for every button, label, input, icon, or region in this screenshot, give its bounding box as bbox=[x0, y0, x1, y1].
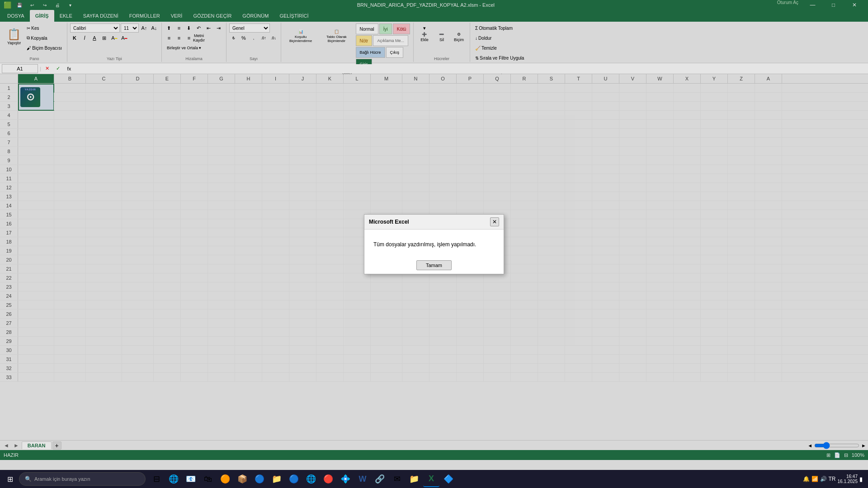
dialog-title-bar: Microsoft Excel ✕ bbox=[364, 215, 504, 230]
windows-icon: ⊞ bbox=[7, 475, 13, 483]
taskbar-right: 🔔 📶 🔊 TR 16:47 16.1.2025 ▮ bbox=[803, 474, 867, 484]
orange-app-button[interactable]: 🟠 bbox=[217, 471, 233, 487]
taskbar-search[interactable]: 🔍 Aramak için buraya yazın bbox=[19, 472, 146, 486]
word-button[interactable]: W bbox=[354, 471, 371, 487]
store-button[interactable]: 🛍 bbox=[200, 471, 216, 487]
language-button[interactable]: TR bbox=[829, 476, 836, 482]
date-display: 16.1.2025 bbox=[838, 479, 858, 484]
start-button[interactable]: ⊞ bbox=[2, 471, 18, 487]
blue-app-button[interactable]: 🔵 bbox=[251, 471, 268, 487]
show-desktop-button[interactable]: ▮ bbox=[859, 476, 863, 483]
edge-button[interactable]: 🌐 bbox=[165, 471, 182, 487]
app3-button[interactable]: 🔷 bbox=[440, 471, 457, 487]
files-button[interactable]: 📁 bbox=[406, 471, 422, 487]
mail-button[interactable]: ✉ bbox=[389, 471, 405, 487]
message-dialog: Microsoft Excel ✕ Tüm dosyalar yazdırılm… bbox=[364, 214, 504, 274]
red-app-button[interactable]: 🔴 bbox=[320, 471, 336, 487]
search-icon: 🔍 bbox=[25, 476, 32, 482]
dialog-close-button[interactable]: ✕ bbox=[490, 217, 499, 226]
chrome-button[interactable]: 🔵 bbox=[286, 471, 302, 487]
excel-button[interactable]: X bbox=[423, 471, 439, 487]
notification-button[interactable]: 🔔 bbox=[803, 476, 810, 482]
task-view-button[interactable]: ⊟ bbox=[148, 471, 165, 487]
amazon-button[interactable]: 📦 bbox=[234, 471, 250, 487]
search-placeholder: Aramak için buraya yazın bbox=[34, 476, 90, 482]
dialog-title: Microsoft Excel bbox=[369, 219, 409, 225]
ie-button[interactable]: 🌐 bbox=[303, 471, 319, 487]
time-display: 16:47 bbox=[838, 474, 858, 479]
app2-button[interactable]: 🔗 bbox=[372, 471, 388, 487]
dialog-message: Tüm dosyalar yazdırılmış, işlem yapılmad… bbox=[373, 241, 476, 248]
taskbar: ⊞ 🔍 Aramak için buraya yazın ⊟ 🌐 📧 🛍 🟠 📦… bbox=[0, 470, 868, 488]
dialog-ok-button[interactable]: Tamam bbox=[416, 260, 452, 270]
dialog-body: Tüm dosyalar yazdırılmış, işlem yapılmad… bbox=[364, 230, 504, 257]
taskbar-apps: ⊟ 🌐 📧 🛍 🟠 📦 🔵 📁 🔵 🌐 🔴 💠 W 🔗 ✉ 📁 X 🔷 bbox=[148, 471, 457, 487]
outlook-button[interactable]: 📧 bbox=[183, 471, 199, 487]
dialog-footer: Tamam bbox=[364, 257, 504, 274]
dropbox-button[interactable]: 📁 bbox=[269, 471, 285, 487]
clock: 16:47 16.1.2025 bbox=[838, 474, 858, 484]
dialog-overlay: Microsoft Excel ✕ Tüm dosyalar yazdırılm… bbox=[0, 0, 868, 488]
volume-button[interactable]: 🔊 bbox=[820, 476, 827, 482]
network-button[interactable]: 📶 bbox=[811, 476, 818, 482]
ms-edge-button[interactable]: 💠 bbox=[337, 471, 354, 487]
